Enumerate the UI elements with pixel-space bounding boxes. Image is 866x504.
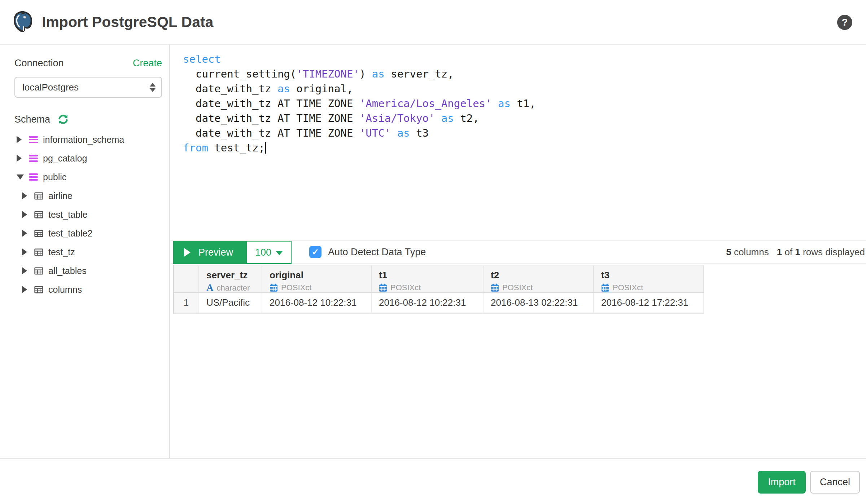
expand-icon[interactable] — [22, 192, 29, 199]
preview-table: server_tzAcharacteroriginalPOSIXctt1POSI… — [173, 265, 704, 314]
column-header-original: originalPOSIXct — [262, 266, 372, 292]
table-cell: US/Pacific — [199, 293, 262, 313]
sql-text — [492, 97, 498, 110]
table-cell: 2016-08-12 10:22:31 — [372, 293, 484, 313]
row-number: 1 — [174, 293, 199, 313]
table-icon — [34, 267, 43, 275]
schema-label: Schema — [14, 114, 50, 125]
table-icon — [34, 211, 43, 218]
auto-detect-toggle[interactable]: ✓ Auto Detect Data Type — [309, 241, 426, 263]
expand-icon[interactable] — [22, 230, 29, 237]
tree-item-label: test_tz — [48, 247, 75, 257]
expand-icon[interactable] — [22, 286, 29, 293]
sql-keyword: select — [183, 53, 221, 65]
calendar-type-icon — [601, 283, 609, 292]
row-limit-dropdown[interactable]: 100 — [246, 241, 292, 264]
sql-editor[interactable]: select current_setting('TIMEZONE') as se… — [171, 45, 866, 240]
sql-string: 'Asia/Tokyo' — [359, 112, 435, 124]
preview-toolbar: Preview 100 ✓ Auto Detect Data Type 5 co… — [171, 240, 866, 264]
sql-string: 'America/Los_Angeles' — [359, 97, 492, 110]
calendar-type-icon — [270, 283, 278, 292]
expand-icon[interactable] — [22, 211, 29, 218]
schema-icon — [29, 173, 38, 181]
preview-table-body: 1US/Pacific2016-08-12 10:22:312016-08-12… — [174, 293, 704, 314]
tree-item-label: columns — [48, 284, 82, 295]
checkbox-checked-icon[interactable]: ✓ — [309, 246, 322, 258]
column-name: t1 — [379, 270, 483, 281]
sql-keyword: from — [183, 142, 208, 154]
sql-text: date_with_tz — [183, 83, 277, 95]
sql-text: server_tz, — [385, 68, 454, 80]
schema-tree-item-test_table2[interactable]: test_table2 — [14, 224, 162, 243]
play-icon — [184, 248, 191, 257]
rows-shown: 1 — [777, 247, 782, 258]
rows-total: 1 — [795, 247, 800, 258]
sql-text: original, — [290, 83, 353, 95]
expand-icon[interactable] — [22, 248, 29, 256]
preview-button[interactable]: Preview — [173, 241, 246, 264]
import-button[interactable]: Import — [758, 471, 806, 494]
collapse-icon[interactable] — [17, 174, 24, 180]
schema-tree-item-columns[interactable]: columns — [14, 280, 162, 299]
code-line: date_with_tz AT TIME ZONE 'Asia/Tokyo' a… — [183, 111, 859, 126]
schema-tree-item-airline[interactable]: airline — [14, 186, 162, 205]
sql-text: date_with_tz AT TIME ZONE — [183, 112, 359, 124]
column-name: t3 — [601, 270, 703, 281]
main-panel: select current_setting('TIMEZONE') as se… — [171, 45, 866, 458]
column-type: POSIXct — [379, 283, 483, 292]
column-name: original — [270, 270, 371, 281]
column-header-t2: t2POSIXct — [484, 266, 594, 292]
schema-tree-item-public[interactable]: public — [14, 168, 162, 186]
rows-displayed-label: rows displayed — [800, 247, 865, 258]
sql-text: t3 — [410, 127, 429, 139]
sql-keyword: as — [372, 68, 385, 80]
tree-item-label: test_table2 — [48, 228, 92, 239]
preview-summary: 5 columns1 of 1 rows displayed — [726, 241, 865, 263]
dialog-footer: Import Cancel — [0, 458, 866, 504]
table-icon — [34, 248, 43, 256]
expand-icon[interactable] — [17, 155, 24, 162]
column-type: POSIXct — [270, 283, 371, 292]
sql-text: t1, — [511, 97, 536, 110]
refresh-icon[interactable] — [57, 114, 69, 125]
create-connection-link[interactable]: Create — [133, 58, 162, 69]
column-type-label: POSIXct — [390, 283, 421, 292]
column-header-server_tz: server_tzAcharacter — [199, 266, 262, 292]
preview-table-header: server_tzAcharacteroriginalPOSIXctt1POSI… — [174, 265, 704, 293]
help-button[interactable]: ? — [837, 15, 852, 30]
cancel-button[interactable]: Cancel — [810, 471, 860, 494]
table-icon — [34, 192, 43, 200]
column-type-label: POSIXct — [502, 283, 533, 292]
schema-icon — [29, 155, 38, 162]
sql-keyword: as — [277, 83, 290, 95]
table-cell: 2016-08-13 02:22:31 — [484, 293, 594, 313]
import-postgresql-dialog: Import PostgreSQL Data ? Connection Crea… — [0, 0, 866, 504]
sql-text — [435, 112, 441, 124]
expand-icon[interactable] — [22, 267, 29, 274]
column-type: POSIXct — [601, 283, 703, 292]
column-count: 5 — [726, 247, 731, 258]
schema-tree-item-test_table[interactable]: test_table — [14, 205, 162, 224]
connection-select[interactable]: localPostgres — [14, 77, 162, 98]
calendar-type-icon — [491, 283, 499, 292]
schema-icon — [29, 136, 38, 143]
schema-tree-item-pg_catalog[interactable]: pg_catalog — [14, 149, 162, 168]
code-line: date_with_tz as original, — [183, 81, 859, 96]
column-type-label: character — [217, 283, 250, 293]
column-type: Acharacter — [206, 283, 262, 293]
sql-keyword: as — [498, 97, 511, 110]
schema-tree-item-information_schema[interactable]: information_schema — [14, 130, 162, 149]
columns-label: columns — [731, 247, 769, 258]
table-cell: 2016-08-12 10:22:31 — [262, 293, 372, 313]
schema-tree-item-test_tz[interactable]: test_tz — [14, 243, 162, 261]
schema-tree-item-all_tables[interactable]: all_tables — [14, 261, 162, 280]
sql-text — [391, 127, 397, 139]
chevron-down-icon — [276, 251, 283, 255]
code-line: select — [183, 52, 859, 67]
code-line: from test_tz; — [183, 141, 859, 155]
column-type-label: POSIXct — [613, 283, 643, 292]
sql-string: 'UTC' — [359, 127, 391, 139]
connection-label: Connection — [14, 58, 64, 69]
expand-icon[interactable] — [17, 136, 24, 143]
sql-keyword: as — [441, 112, 454, 124]
